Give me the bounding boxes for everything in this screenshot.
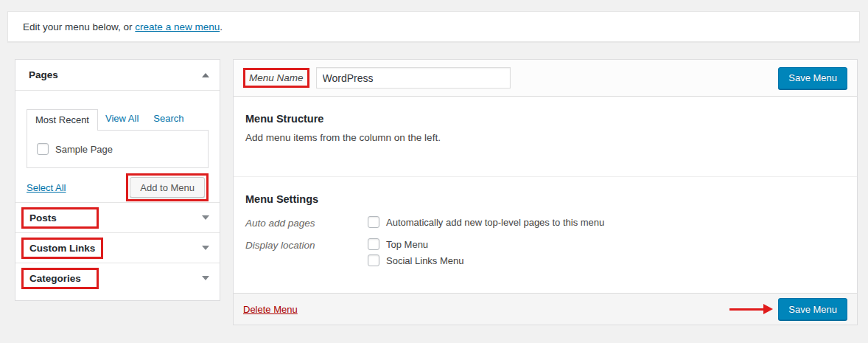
display-location-row: Display location Top Menu Social Links M…	[245, 238, 845, 266]
footer-save-area: Save Menu	[729, 298, 847, 320]
menu-structure-title: Menu Structure	[245, 113, 845, 125]
auto-add-pages-row: Auto add pages Automatically add new top…	[245, 216, 845, 229]
auto-add-pages-options: Automatically add new top-level pages to…	[368, 216, 604, 229]
tab-search[interactable]: Search	[146, 108, 191, 130]
annotation-arrow-head	[763, 304, 773, 314]
save-menu-button-top[interactable]: Save Menu	[778, 67, 847, 89]
pages-title: Pages	[29, 69, 58, 80]
tab-view-all[interactable]: View All	[98, 108, 146, 130]
menu-editor-footer: Delete Menu Save Menu	[234, 293, 857, 325]
notice-text-period: .	[220, 21, 223, 32]
menu-structure-description: Add menu items from the column on the le…	[245, 132, 845, 143]
top-menu-option-label: Top Menu	[386, 239, 428, 250]
collapse-arrow-icon[interactable]	[202, 73, 209, 77]
custom-links-title: Custom Links	[21, 238, 103, 259]
select-all-link[interactable]: Select All	[27, 182, 66, 193]
menu-name-label: Menu Name	[249, 72, 304, 83]
menu-items-sidebar: Pages Most Recent View All Search Sample…	[15, 59, 220, 301]
annotation-arrow-shaft	[729, 308, 763, 311]
menu-name-input[interactable]	[316, 67, 511, 89]
save-menu-button-bottom[interactable]: Save Menu	[778, 298, 847, 320]
section-divider	[234, 176, 857, 177]
pages-actions-row: Select All Add to Menu	[27, 173, 209, 202]
top-menu-checkbox[interactable]	[368, 238, 379, 250]
menu-editor-header: Menu Name Save Menu	[234, 60, 857, 97]
tab-most-recent[interactable]: Most Recent	[27, 109, 98, 131]
expand-arrow-icon[interactable]	[202, 276, 209, 280]
social-links-menu-option-label: Social Links Menu	[386, 255, 464, 266]
auto-add-option: Automatically add new top-level pages to…	[368, 216, 604, 228]
top-menu-option: Top Menu	[368, 238, 464, 250]
display-location-label: Display location	[245, 238, 368, 266]
social-links-menu-checkbox[interactable]	[368, 254, 379, 266]
delete-menu-link[interactable]: Delete Menu	[243, 304, 298, 315]
annotation-arrow-icon	[729, 304, 773, 314]
menu-settings-rows: Auto add pages Automatically add new top…	[245, 216, 845, 266]
auto-add-pages-checkbox[interactable]	[368, 216, 379, 228]
display-location-options: Top Menu Social Links Menu	[368, 238, 464, 266]
posts-title: Posts	[21, 207, 99, 229]
menu-name-annotation-box: Menu Name	[243, 68, 309, 88]
accordion-posts-header[interactable]: Posts	[15, 202, 220, 232]
auto-add-pages-label: Auto add pages	[245, 216, 368, 229]
accordion-custom-links-header[interactable]: Custom Links	[15, 232, 220, 263]
social-links-menu-option: Social Links Menu	[368, 254, 464, 266]
categories-title: Categories	[21, 268, 99, 289]
pages-checklist-panel: Sample Page	[27, 130, 209, 168]
accordion-categories-header[interactable]: Categories	[15, 263, 220, 293]
accordion-pages-header[interactable]: Pages	[15, 60, 220, 91]
edit-menu-notice: Edit your menu below, or create a new me…	[7, 11, 860, 42]
sample-page-label: Sample Page	[55, 144, 113, 155]
menu-editor-panel: Menu Name Save Menu Menu Structure Add m…	[233, 59, 858, 325]
create-new-menu-link[interactable]: create a new menu	[135, 21, 220, 32]
wordpress-menus-screen: Edit your menu below, or create a new me…	[0, 0, 868, 343]
notice-text: Edit your menu below, or	[23, 21, 133, 32]
sample-page-checkbox[interactable]	[37, 143, 49, 155]
add-to-menu-button[interactable]: Add to Menu	[130, 177, 205, 198]
auto-add-pages-option-label: Automatically add new top-level pages to…	[386, 217, 604, 228]
add-to-menu-annotation-box: Add to Menu	[126, 173, 209, 201]
expand-arrow-icon[interactable]	[202, 246, 209, 250]
menu-editor-body: Menu Structure Add menu items from the c…	[234, 97, 857, 293]
expand-arrow-icon[interactable]	[202, 215, 209, 220]
pages-tabs: Most Recent View All Search	[27, 108, 209, 130]
menu-settings-title: Menu Settings	[245, 193, 845, 205]
pages-panel-body: Most Recent View All Search Sample Page …	[15, 91, 220, 202]
